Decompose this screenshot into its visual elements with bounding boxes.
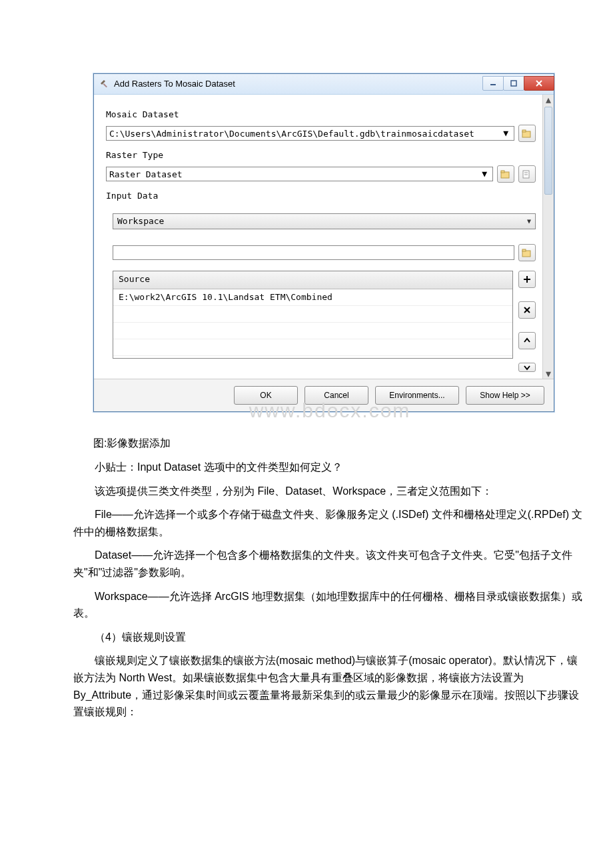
- scrollbar-thumb[interactable]: [544, 107, 552, 195]
- raster-type-input[interactable]: Raster Dataset: [109, 168, 479, 180]
- paragraph: （4）镶嵌规则设置: [73, 629, 586, 646]
- minimize-button[interactable]: [482, 76, 504, 91]
- dialog-window: Add Rasters To Mosaic Dataset Mosaic Dat…: [93, 73, 554, 412]
- move-down-button[interactable]: [518, 363, 536, 372]
- browse-button[interactable]: [518, 125, 536, 142]
- list-item: [113, 306, 512, 323]
- svg-rect-9: [501, 171, 504, 173]
- document-body: 图:影像数据添加 小贴士：Input Dataset 选项中的文件类型如何定义？…: [73, 435, 586, 720]
- paragraph: Workspace——允许选择 ArcGIS 地理数据集（如地理数据库中的任何栅…: [73, 588, 586, 622]
- list-item[interactable]: E:\work2\ArcGIS 10.1\Landsat ETM\Combine…: [113, 289, 512, 306]
- path-input[interactable]: [113, 245, 514, 260]
- svg-rect-1: [103, 83, 107, 87]
- browse-button[interactable]: [497, 165, 514, 183]
- properties-button[interactable]: [518, 165, 536, 183]
- hammer-icon: [99, 79, 110, 89]
- dialog-title: Add Rasters To Mosaic Dataset: [114, 77, 482, 91]
- input-data-label: Input Data: [106, 189, 536, 203]
- svg-rect-7: [522, 130, 526, 132]
- svg-rect-3: [511, 81, 516, 86]
- titlebar[interactable]: Add Rasters To Mosaic Dataset: [94, 74, 554, 95]
- maximize-button[interactable]: [503, 76, 524, 91]
- scroll-up-icon[interactable]: ▴: [543, 95, 554, 105]
- move-up-button[interactable]: [518, 332, 536, 349]
- source-header: Source: [113, 271, 512, 289]
- svg-rect-14: [522, 249, 526, 251]
- remove-button[interactable]: [518, 301, 536, 319]
- browse-button[interactable]: [518, 244, 536, 261]
- watermark-text: www.bdocx.com: [73, 395, 586, 427]
- scroll-down-icon[interactable]: ▾: [543, 368, 554, 379]
- input-data-type-combo[interactable]: Workspace ▼: [113, 213, 536, 229]
- input-data-type-value: Workspace: [117, 215, 527, 229]
- list-item: [113, 339, 512, 356]
- add-button[interactable]: [518, 271, 536, 288]
- mosaic-dataset-input[interactable]: C:\Users\Administrator\Documents\ArcGIS\…: [109, 127, 500, 139]
- svg-rect-2: [490, 84, 496, 85]
- figure-caption: 图:影像数据添加: [93, 435, 586, 452]
- close-button[interactable]: [524, 76, 554, 91]
- source-list[interactable]: Source E:\work2\ArcGIS 10.1\Landsat ETM\…: [113, 271, 513, 359]
- mosaic-dataset-label: Mosaic Dataset: [106, 108, 536, 122]
- list-item: [113, 323, 512, 339]
- paragraph: 小贴士：Input Dataset 选项中的文件类型如何定义？: [73, 459, 586, 476]
- raster-type-label: Raster Type: [106, 149, 536, 163]
- chevron-down-icon[interactable]: ▼: [479, 167, 490, 181]
- chevron-down-icon[interactable]: ▼: [500, 127, 511, 140]
- paragraph: Dataset——允许选择一个包含多个栅格数据集的文件夹。该文件夹可包含子文件夹…: [73, 547, 586, 581]
- paragraph: 该选项提供三类文件类型，分别为 File、Dataset、Workspace，三…: [73, 483, 586, 500]
- vertical-scrollbar[interactable]: ▴ ▾: [542, 95, 554, 379]
- paragraph: File——允许选择一个或多个存储于磁盘文件夹、影像服务定义 (.ISDef) …: [73, 506, 586, 540]
- chevron-down-icon: ▼: [527, 216, 531, 227]
- paragraph: 镶嵌规则定义了镶嵌数据集的镶嵌方法(mosaic method)与镶嵌算子(mo…: [73, 652, 586, 720]
